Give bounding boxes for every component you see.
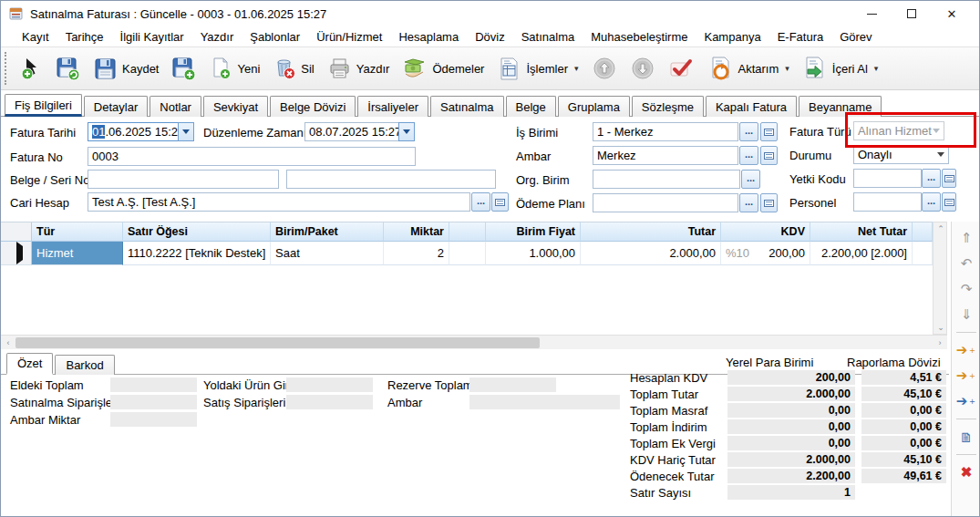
cari-hesap-browse-button[interactable]: ...	[471, 192, 490, 212]
move-line-top-button[interactable]: ⇑	[955, 227, 977, 249]
durumu-combo[interactable]: Onaylı	[853, 145, 949, 164]
print-button[interactable]: Yazdır	[321, 52, 397, 86]
delete-line-button[interactable]: ✖	[955, 461, 977, 483]
close-button[interactable]: ✕	[932, 1, 972, 26]
is-birimi-detail-button[interactable]	[760, 122, 778, 141]
grid-header-tutar[interactable]: Tutar	[581, 222, 721, 242]
grid-header-tur[interactable]: Tür	[32, 222, 123, 242]
new-button[interactable]: Yeni	[202, 52, 266, 85]
tab-sozlesme[interactable]: Sözleşme	[632, 96, 704, 117]
menu-kampanya[interactable]: Kampanya	[696, 27, 769, 47]
add-detail-line-button[interactable]: ➔＋	[955, 390, 977, 412]
personel-browse-button[interactable]: ...	[922, 192, 941, 212]
cell-tur[interactable]: Hizmet	[32, 242, 123, 265]
scrollbar-thumb[interactable]	[15, 337, 540, 348]
duzenleme-zamani-field[interactable]: 08.07.2025 15:27	[304, 122, 399, 141]
delete-button[interactable]: Sil	[266, 52, 320, 85]
menu-doviz[interactable]: Döviz	[467, 27, 513, 47]
menu-gorev[interactable]: Görev	[831, 27, 880, 47]
menu-kayit[interactable]: Kayıt	[14, 27, 57, 47]
menu-yazdir[interactable]: Yazdır	[192, 27, 242, 47]
odeme-plani-browse-button[interactable]: ...	[739, 193, 758, 212]
new-record-button[interactable]	[13, 52, 49, 85]
maximize-button[interactable]	[892, 1, 932, 26]
tab-barkod[interactable]: Barkod	[55, 355, 114, 375]
cell-birim-fiyat[interactable]: 1.000,00	[486, 242, 581, 265]
move-line-bottom-button[interactable]: ⇓	[955, 304, 977, 326]
is-birimi-field[interactable]: 1 - Merkez	[593, 122, 738, 141]
grid-vertical-scrollbar[interactable]: ⌃ ⌄	[933, 222, 947, 335]
minimize-button[interactable]	[851, 1, 892, 26]
tab-detaylar[interactable]: Detaylar	[84, 96, 148, 117]
ambar-detail-button[interactable]	[760, 146, 778, 165]
org-birim-field[interactable]	[593, 170, 740, 189]
save-and-refresh-button[interactable]	[49, 52, 87, 86]
cell-tutar[interactable]: 2.000,00	[581, 242, 721, 265]
grid-header-kdv[interactable]: KDV	[721, 222, 810, 242]
scroll-right-icon[interactable]: ›	[933, 336, 947, 349]
import-button[interactable]: İçeri Al▾	[796, 51, 885, 86]
fatura-no-field[interactable]: 0003	[88, 147, 416, 166]
menu-urun-hizmet[interactable]: Ürün/Hizmet	[308, 27, 390, 47]
cell-kdv[interactable]: %10200,00	[721, 242, 810, 265]
line-note-button[interactable]: 🗎	[955, 426, 977, 448]
add-line-button[interactable]: ➔＋	[955, 365, 977, 387]
tab-satinalma[interactable]: Satınalma	[430, 96, 504, 117]
move-down-button[interactable]	[624, 51, 662, 86]
menu-satinalma[interactable]: Satınalma	[513, 27, 583, 47]
save-as-new-button[interactable]	[165, 52, 202, 86]
odeme-plani-detail-button[interactable]	[760, 193, 778, 212]
cell-miktar[interactable]: 2	[384, 242, 449, 265]
menu-sablonlar[interactable]: Şablonlar	[242, 27, 308, 47]
menu-e-fatura[interactable]: E-Fatura	[769, 27, 832, 47]
grid-header-satir-ogesi[interactable]: Satır Öğesi	[123, 222, 271, 242]
move-up-button[interactable]	[585, 51, 624, 86]
seri-no-field[interactable]	[286, 170, 496, 189]
grid-header-birim-paket[interactable]: Birim/Paket	[271, 222, 384, 242]
ambar-field[interactable]: Merkez	[593, 146, 738, 165]
fatura-tarihi-field[interactable]: 01.06.2025 15:27	[88, 122, 179, 141]
personel-detail-button[interactable]	[942, 192, 956, 212]
ambar-browse-button[interactable]: ...	[739, 146, 758, 165]
cell-birim-paket[interactable]: Saat	[271, 242, 384, 265]
org-birim-browse-button[interactable]: ...	[741, 170, 760, 189]
is-birimi-browse-button[interactable]: ...	[739, 122, 758, 141]
tab-fis-bilgileri[interactable]: Fiş Bilgileri	[5, 94, 82, 117]
tab-kapali-fatura[interactable]: Kapalı Fatura	[706, 96, 797, 117]
personel-field[interactable]	[853, 192, 922, 212]
fatura-tarihi-dropdown-button[interactable]	[178, 122, 194, 141]
tab-sevkiyat[interactable]: Sevkiyat	[203, 96, 268, 117]
grid-horizontal-scrollbar[interactable]: ‹ ›	[1, 335, 947, 349]
tab-ozet[interactable]: Özet	[6, 353, 53, 375]
grid-header-birim-fiyat[interactable]: Birim Fiyat	[486, 222, 581, 242]
insert-line-button[interactable]: ➔＋	[955, 339, 977, 361]
tab-belge-dovizi[interactable]: Belge Dövizi	[270, 96, 356, 117]
grid-header-miktar[interactable]: Miktar	[384, 222, 449, 242]
export-button[interactable]: Aktarım▾	[702, 51, 796, 86]
tab-irsaliyeler[interactable]: İrsaliyeler	[357, 96, 428, 117]
yetki-kodu-browse-button[interactable]: ...	[922, 169, 941, 188]
fatura-turu-combo[interactable]: Alınan Hizmet	[853, 121, 944, 140]
scroll-up-icon[interactable]: ⌃	[934, 222, 948, 235]
save-button[interactable]: Kaydet	[87, 52, 165, 86]
approve-button[interactable]	[662, 52, 702, 86]
scroll-left-icon[interactable]: ‹	[1, 336, 15, 349]
menu-tarihce[interactable]: Tarihçe	[57, 27, 112, 47]
cell-net-tutar[interactable]: 2.200,00 [2.000]	[810, 242, 913, 265]
belge-no-field[interactable]	[88, 170, 279, 189]
tab-beyanname[interactable]: Beyanname	[799, 96, 882, 117]
odeme-plani-field[interactable]	[593, 193, 738, 212]
cari-hesap-field[interactable]: Test A.Ş. [Test A.Ş.]	[88, 192, 470, 212]
tab-gruplama[interactable]: Gruplama	[558, 96, 630, 117]
cari-hesap-detail-button[interactable]	[491, 192, 509, 212]
payments-button[interactable]: Ödemeler	[396, 52, 490, 86]
undo-line-button[interactable]: ↶	[955, 253, 977, 274]
menu-ilgili-kayitlar[interactable]: İlgili Kayıtlar	[112, 27, 192, 47]
yetki-kodu-detail-button[interactable]	[942, 169, 956, 188]
tab-belge[interactable]: Belge	[506, 96, 556, 117]
tab-notlar[interactable]: Notlar	[150, 96, 201, 117]
menu-muhasebelestirme[interactable]: Muhasebeleştirme	[583, 27, 696, 47]
yetki-kodu-field[interactable]	[853, 169, 922, 188]
grid-header-net-tutar[interactable]: Net Tutar	[810, 222, 913, 242]
duzenleme-zamani-dropdown-button[interactable]	[398, 122, 415, 141]
